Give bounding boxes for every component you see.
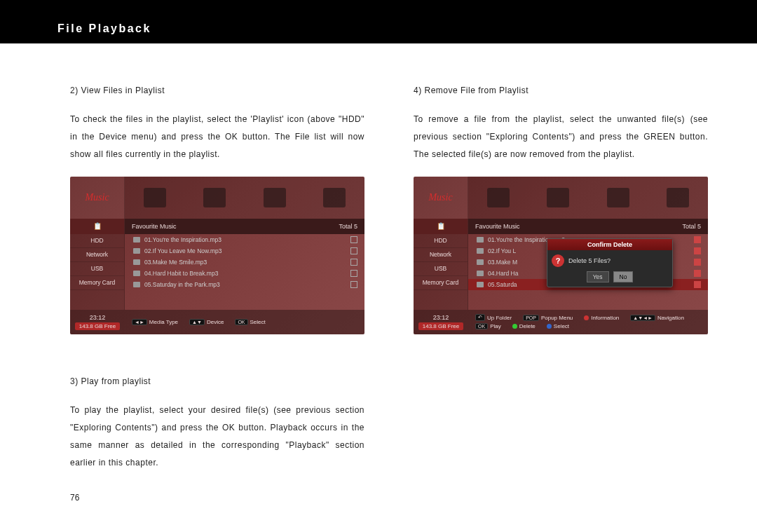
playlist-selected-icon[interactable]: 📋: [70, 219, 124, 234]
film-icon: [547, 188, 569, 207]
dialog-yes-button[interactable]: Yes: [587, 271, 609, 282]
sidebar-item-network[interactable]: Network: [414, 248, 468, 262]
video-camera-icon: [487, 188, 510, 207]
playlist-name: Favourite Music: [132, 223, 177, 230]
music-tab-label: Music: [70, 177, 125, 219]
dialog-no-button[interactable]: No: [613, 271, 634, 282]
status-bar: 23:12 143.8 GB Free ↶Up Folder POPPopup …: [414, 310, 708, 334]
dialog-title: Confirm Delete: [547, 239, 672, 250]
section2-heading: 2) View Files in Playlist: [70, 86, 364, 95]
file-list-header: Favourite Music Total 5: [468, 219, 708, 234]
page-title: File Playback: [57, 22, 151, 35]
file-row[interactable]: 05.Saturday in the Park.mp3: [125, 279, 364, 290]
confirm-delete-dialog: Confirm Delete ? Delete 5 Files? Yes No: [547, 238, 673, 287]
device-sidebar: 📋 HDD Network USB Memory Card: [70, 219, 125, 310]
section2-body: To check the files in the playlist, sele…: [70, 111, 364, 164]
left-column: 2) View Files in Playlist To check the f…: [70, 86, 364, 503]
legend-select: Select: [547, 323, 569, 329]
free-space-badge: 143.8 GB Free: [75, 322, 120, 330]
playlist-selected-icon[interactable]: 📋: [414, 219, 468, 234]
media-type-icons: [125, 177, 364, 219]
sidebar-item-network[interactable]: Network: [70, 248, 124, 262]
film-icon: [203, 188, 226, 207]
question-icon: ?: [552, 254, 564, 267]
section3-body: To play the playlist, select your desire…: [70, 402, 364, 472]
legend-nav: ▲▼◄►Navigation: [630, 315, 684, 321]
music-tab-label: Music: [414, 177, 468, 219]
section4-heading: 4) Remove File from Playlist: [414, 86, 708, 95]
sidebar-item-hdd[interactable]: HDD: [70, 234, 124, 248]
right-column: 4) Remove File from Playlist To remove a…: [414, 86, 708, 503]
file-list-header: Favourite Music Total 5: [125, 219, 364, 234]
file-row[interactable]: 01.You're the Inspiration.mp3: [125, 234, 364, 245]
screenshot-view-playlist: Music 📋 HDD Network USB Memory Card: [70, 177, 364, 334]
section3-heading: 3) Play from playlist: [70, 376, 364, 386]
camera-icon: [667, 188, 689, 207]
playlist-name: Favourite Music: [475, 223, 520, 230]
legend-select: OKSelect: [235, 319, 265, 325]
legend-popup: POPPopup Menu: [523, 315, 573, 321]
headphones-icon: [607, 188, 629, 207]
page-body: 2) View Files in Playlist To check the f…: [0, 43, 757, 503]
file-row[interactable]: 04.Hard Habit to Break.mp3: [125, 268, 364, 279]
clock-time: 23:12: [90, 314, 106, 321]
section4-body: To remove a file from the playlist, sele…: [414, 111, 708, 164]
legend-info: Information: [584, 315, 619, 321]
file-row[interactable]: 03.Make Me Smile.mp3: [125, 257, 364, 268]
sidebar-item-usb[interactable]: USB: [414, 262, 468, 276]
page-number: 76: [70, 493, 364, 503]
headphones-icon: [264, 188, 286, 207]
legend-delete: Delete: [512, 323, 536, 329]
page-header: File Playback: [0, 0, 757, 43]
file-list: Favourite Music Total 5 01.You're the In…: [125, 219, 364, 310]
device-sidebar: 📋 HDD Network USB Memory Card: [414, 219, 468, 310]
dialog-message: Delete 5 Files?: [568, 257, 611, 264]
clock-time: 23:12: [433, 314, 449, 321]
playlist-total: Total 5: [339, 223, 357, 230]
sidebar-item-hdd[interactable]: HDD: [414, 234, 468, 248]
free-space-badge: 143.8 GB Free: [418, 322, 463, 330]
sidebar-item-memorycard[interactable]: Memory Card: [70, 276, 124, 290]
camera-icon: [323, 188, 346, 207]
legend-up-folder: ↶Up Folder: [475, 314, 512, 321]
screenshot-remove-file: Music 📋 HDD Network USB Memory Card: [414, 177, 708, 334]
legend-device: ▲▼Device: [189, 319, 224, 325]
playlist-total: Total 5: [682, 223, 701, 230]
status-bar: 23:12 143.8 GB Free ◄►Media Type ▲▼Devic…: [70, 310, 364, 334]
legend-play: OKPlay: [475, 323, 501, 329]
media-type-icons: [468, 177, 708, 219]
file-row[interactable]: 02.If You Leave Me Now.mp3: [125, 245, 364, 257]
sidebar-item-usb[interactable]: USB: [70, 262, 124, 276]
sidebar-item-memorycard[interactable]: Memory Card: [414, 276, 468, 290]
legend-media-type: ◄►Media Type: [132, 319, 178, 325]
video-camera-icon: [144, 188, 166, 207]
